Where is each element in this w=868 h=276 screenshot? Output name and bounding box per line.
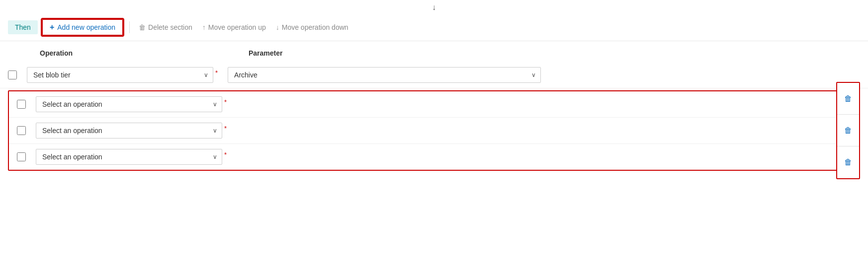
add-operation-label: Add new operation bbox=[57, 23, 115, 31]
arrow-down-icon: ↓ bbox=[276, 23, 279, 31]
row1-operation-select-wrapper: Select an operation ∨ bbox=[36, 96, 222, 112]
first-operation-select[interactable]: Set blob tier bbox=[27, 67, 213, 83]
move-down-button[interactable]: ↓ Move operation down bbox=[273, 21, 351, 33]
row3-delete-button[interactable]: 🗑 bbox=[837, 146, 859, 178]
operation-column-header: Operation bbox=[40, 49, 239, 57]
red-outlined-section: Select an operation ∨ * Select an operat… bbox=[8, 90, 860, 171]
table-row: Select an operation ∨ * bbox=[9, 91, 859, 118]
move-up-label: Move operation up bbox=[208, 23, 266, 31]
delete-buttons-column: 🗑 🗑 🗑 bbox=[836, 82, 860, 179]
first-operation-row: Set blob tier ∨ * Archive ∨ bbox=[0, 62, 868, 88]
red-section-wrapper: Select an operation ∨ * Select an operat… bbox=[0, 90, 868, 171]
row1-checkbox[interactable] bbox=[17, 100, 26, 109]
top-arrow-indicator: ↓ bbox=[0, 0, 868, 14]
first-row-required-star: * bbox=[215, 69, 218, 76]
row2-trash-icon: 🗑 bbox=[844, 126, 852, 135]
row2-required-star: * bbox=[224, 125, 227, 132]
move-down-label: Move operation down bbox=[282, 23, 348, 31]
row3-required-star: * bbox=[224, 151, 227, 158]
toolbar-separator bbox=[129, 21, 130, 33]
parameter-column-header: Parameter bbox=[249, 49, 283, 57]
row1-operation-select[interactable]: Select an operation bbox=[36, 96, 222, 112]
row1-required-star: * bbox=[224, 98, 227, 106]
main-content: Operation Parameter Set blob tier ∨ * Ar… bbox=[0, 41, 868, 181]
delete-section-label: Delete section bbox=[148, 23, 192, 31]
row2-delete-button[interactable]: 🗑 bbox=[837, 115, 859, 146]
row1-delete-button[interactable]: 🗑 bbox=[837, 83, 859, 115]
first-operation-select-wrapper: Set blob tier ∨ bbox=[27, 67, 213, 83]
row3-operation-select[interactable]: Select an operation bbox=[36, 149, 222, 165]
row1-trash-icon: 🗑 bbox=[844, 94, 852, 103]
row3-trash-icon: 🗑 bbox=[844, 158, 852, 167]
row3-checkbox[interactable] bbox=[17, 152, 26, 161]
plus-icon: + bbox=[50, 23, 54, 32]
toolbar: Then + Add new operation 🗑 Delete sectio… bbox=[0, 14, 868, 41]
row2-operation-select-wrapper: Select an operation ∨ bbox=[36, 123, 222, 138]
first-parameter-select[interactable]: Archive bbox=[228, 67, 541, 83]
move-up-button[interactable]: ↑ Move operation up bbox=[199, 21, 269, 33]
row2-checkbox[interactable] bbox=[17, 126, 26, 135]
page-container: ↓ Then + Add new operation 🗑 Delete sect… bbox=[0, 0, 868, 276]
row2-operation-select[interactable]: Select an operation bbox=[36, 123, 222, 138]
row3-operation-select-wrapper: Select an operation ∨ bbox=[36, 149, 222, 165]
first-parameter-select-wrapper: Archive ∨ bbox=[228, 67, 541, 83]
delete-section-button[interactable]: 🗑 Delete section bbox=[136, 21, 195, 33]
add-operation-button[interactable]: + Add new operation bbox=[42, 19, 123, 36]
first-row-checkbox[interactable] bbox=[8, 70, 17, 79]
table-row: Select an operation ∨ * bbox=[9, 144, 859, 170]
then-badge[interactable]: Then bbox=[8, 20, 38, 34]
table-row: Select an operation ∨ * bbox=[9, 118, 859, 144]
down-arrow-icon: ↓ bbox=[432, 3, 436, 12]
column-headers: Operation Parameter bbox=[40, 49, 868, 62]
trash-icon: 🗑 bbox=[139, 23, 146, 31]
arrow-up-icon: ↑ bbox=[202, 23, 206, 31]
